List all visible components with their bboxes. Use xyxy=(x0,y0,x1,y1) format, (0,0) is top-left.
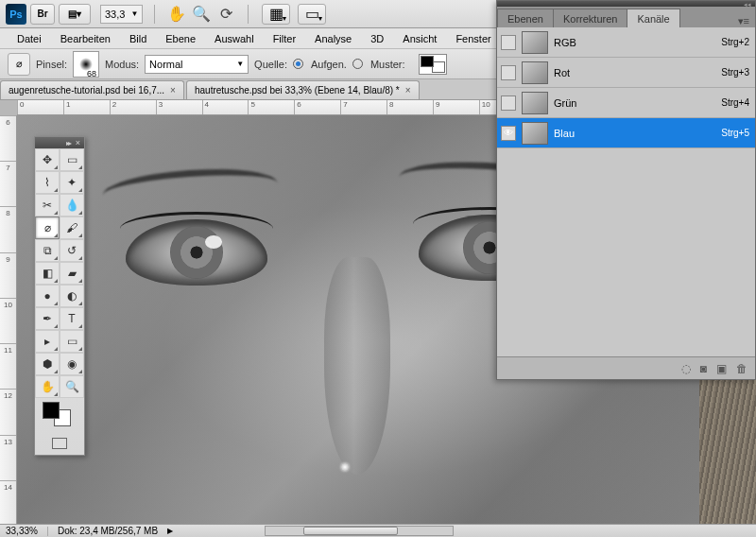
channel-thumbnail xyxy=(522,61,548,84)
hand-tool[interactable]: ✋ xyxy=(35,375,60,398)
menu-ansicht[interactable]: Ansicht xyxy=(393,30,446,47)
move-tool[interactable]: ✥ xyxy=(35,148,60,171)
zoom-value: 33,3 xyxy=(105,9,125,20)
channel-name: Rot xyxy=(554,67,715,78)
ruler-vertical[interactable]: 67891011121314 xyxy=(0,115,17,526)
close-icon[interactable]: × xyxy=(405,85,411,95)
save-selection-icon[interactable]: ◙ xyxy=(700,362,707,375)
collapse-icon[interactable]: ▸▸ xyxy=(66,139,70,147)
menu-datei[interactable]: Datei xyxy=(8,30,51,47)
channel-row-gruen[interactable]: Grün Strg+4 xyxy=(497,88,755,118)
foreground-color-swatch[interactable] xyxy=(43,402,60,419)
zoom-tool[interactable]: 🔍 xyxy=(60,375,84,398)
brush-tool[interactable]: 🖌 xyxy=(60,217,84,239)
eyedropper-tool[interactable]: 💧 xyxy=(60,194,84,217)
mini-bridge-button[interactable]: ▤▾ xyxy=(59,4,91,25)
status-zoom[interactable]: 33,33% xyxy=(6,526,38,536)
eraser-tool[interactable]: ◧ xyxy=(35,262,60,285)
channels-panel[interactable]: ◂◂ Ebenen Korrekturen Kanäle ▾≡ RGB Strg… xyxy=(496,0,756,380)
pattern-picker[interactable] xyxy=(419,54,447,75)
channel-thumbnail xyxy=(522,92,548,114)
tools-panel-header[interactable]: ▸▸ × xyxy=(35,137,84,148)
menu-3d[interactable]: 3D xyxy=(361,30,393,47)
tab-ebenen[interactable]: Ebenen xyxy=(497,9,554,27)
marquee-tool[interactable]: ▭ xyxy=(60,148,84,171)
quick-select-tool[interactable]: ✦ xyxy=(60,171,84,194)
shape-tool[interactable]: ▭ xyxy=(60,330,84,353)
hand-tool-icon[interactable]: ✋ xyxy=(166,4,187,25)
screen-mode-button[interactable]: ▭▼ xyxy=(298,4,326,25)
menu-filter[interactable]: Filter xyxy=(264,30,305,47)
source-sampled-radio[interactable] xyxy=(293,59,303,69)
channel-shortcut: Strg+2 xyxy=(721,37,749,47)
blend-mode-select[interactable]: Normal ▼ xyxy=(145,55,249,74)
arrange-documents-button[interactable]: ▦▼ xyxy=(262,4,290,25)
brush-preset-picker[interactable]: 68 xyxy=(73,51,99,78)
source-pattern-label: Muster: xyxy=(370,59,405,70)
status-doc-size[interactable]: Dok: 23,4 MB/256,7 MB xyxy=(58,526,158,536)
gradient-tool[interactable]: ▰ xyxy=(60,262,84,285)
channel-list: RGB Strg+2 Rot Strg+3 Grün Strg+4 👁 Blau… xyxy=(497,27,755,356)
3d-camera-tool[interactable]: ◉ xyxy=(60,353,84,375)
current-tool-icon[interactable]: ⌀ xyxy=(8,53,30,76)
foreground-background-swatch[interactable] xyxy=(35,398,84,432)
close-icon[interactable]: × xyxy=(170,85,176,95)
visibility-toggle[interactable] xyxy=(501,65,516,80)
channel-shortcut: Strg+4 xyxy=(721,97,749,108)
visibility-toggle[interactable] xyxy=(501,95,516,111)
zoom-level-combo[interactable]: 33,3 ▼ xyxy=(100,5,143,24)
collapse-icon[interactable]: ◂◂ xyxy=(744,1,751,7)
visibility-toggle[interactable] xyxy=(501,35,516,50)
blur-tool[interactable]: ● xyxy=(35,285,60,307)
channel-name: Grün xyxy=(554,97,715,109)
source-sampled-label: Aufgen. xyxy=(311,59,347,70)
tools-panel[interactable]: ▸▸ × ✥ ▭ ⌇ ✦ ✂ 💧 ⌀ 🖌 ⧉ ↺ ◧ ▰ ● ◐ ✒ T ▸ ▭… xyxy=(34,136,85,456)
lasso-tool[interactable]: ⌇ xyxy=(35,171,60,194)
document-tab[interactable]: hautretusche.psd bei 33,3% (Ebene 14, Bl… xyxy=(186,80,420,99)
source-pattern-radio[interactable] xyxy=(352,59,363,69)
tab-kanaele[interactable]: Kanäle xyxy=(627,9,679,27)
load-selection-icon[interactable]: ◌ xyxy=(681,362,691,375)
close-icon[interactable]: × xyxy=(76,138,80,147)
crop-tool[interactable]: ✂ xyxy=(35,194,60,217)
photoshop-logo[interactable]: Ps xyxy=(6,4,26,25)
visibility-toggle[interactable]: 👁 xyxy=(501,126,516,141)
channel-row-rot[interactable]: Rot Strg+3 xyxy=(497,58,755,88)
path-select-tool[interactable]: ▸ xyxy=(35,330,60,353)
new-channel-icon[interactable]: ▣ xyxy=(716,362,727,375)
brush-size-value: 68 xyxy=(87,69,96,78)
delete-channel-icon[interactable]: 🗑 xyxy=(736,362,747,375)
source-label: Quelle: xyxy=(254,59,287,70)
menu-analyse[interactable]: Analyse xyxy=(305,30,361,47)
channel-row-rgb[interactable]: RGB Strg+2 xyxy=(497,27,755,58)
mode-label: Modus: xyxy=(105,59,139,70)
pen-tool[interactable]: ✒ xyxy=(35,307,60,330)
quick-mask-toggle[interactable] xyxy=(35,432,84,455)
channel-row-blau[interactable]: 👁 Blau Strg+5 xyxy=(497,118,755,148)
channel-thumbnail xyxy=(522,31,548,54)
document-tab[interactable]: augenretusche-tutorial.psd bei 16,7... × xyxy=(0,80,184,99)
3d-tool[interactable]: ⬢ xyxy=(35,353,60,375)
clone-stamp-tool[interactable]: ⧉ xyxy=(35,239,60,262)
zoom-tool-icon[interactable]: 🔍 xyxy=(191,4,212,25)
chevron-right-icon[interactable]: ▶ xyxy=(167,527,173,535)
channel-thumbnail xyxy=(522,122,548,145)
healing-brush-tool[interactable]: ⌀ xyxy=(35,217,60,239)
scrollbar-thumb[interactable] xyxy=(303,527,398,535)
type-tool[interactable]: T xyxy=(60,307,84,330)
horizontal-scrollbar[interactable] xyxy=(265,526,454,536)
history-brush-tool[interactable]: ↺ xyxy=(60,239,84,262)
menu-ebene[interactable]: Ebene xyxy=(156,30,205,47)
brush-label: Pinsel: xyxy=(36,59,67,70)
menu-auswahl[interactable]: Auswahl xyxy=(205,30,264,47)
channel-shortcut: Strg+3 xyxy=(721,67,749,78)
panel-menu-icon[interactable]: ▾≡ xyxy=(732,15,755,27)
rotate-view-icon[interactable]: ⟳ xyxy=(215,4,236,25)
dodge-tool[interactable]: ◐ xyxy=(60,285,84,307)
document-tab-title: augenretusche-tutorial.psd bei 16,7... xyxy=(9,85,164,95)
bridge-button[interactable]: Br xyxy=(30,4,55,25)
menu-bearbeiten[interactable]: Bearbeiten xyxy=(51,30,120,47)
tab-korrekturen[interactable]: Korrekturen xyxy=(553,9,627,27)
menu-fenster[interactable]: Fenster xyxy=(446,30,500,47)
menu-bild[interactable]: Bild xyxy=(120,30,156,47)
